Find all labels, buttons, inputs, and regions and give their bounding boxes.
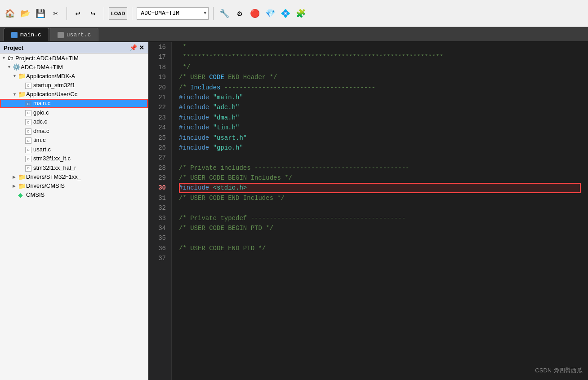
toolbar-icon-1[interactable]: 🏠 bbox=[4, 7, 16, 20]
sidebar-header: Project 📌 ✕ bbox=[0, 42, 148, 53]
line-numbers: 16 17 18 19 20 21 22 23 24 25 26 27 28 2… bbox=[148, 42, 172, 380]
tree-item-cmsis[interactable]: ◆ CMSIS bbox=[0, 190, 148, 199]
line-num-37: 37 bbox=[152, 253, 166, 263]
line-num-18: 18 bbox=[152, 62, 166, 72]
line-num-24: 24 bbox=[152, 123, 166, 133]
code-editor[interactable]: 16 17 18 19 20 21 22 23 24 25 26 27 28 2… bbox=[148, 42, 588, 380]
tree-arrow-adc bbox=[7, 65, 13, 69]
code-content: 16 17 18 19 20 21 22 23 24 25 26 27 28 2… bbox=[148, 42, 588, 380]
code-line-27 bbox=[179, 153, 581, 163]
tree-arrow-drv-cmsis bbox=[13, 184, 18, 188]
line-num-26: 26 bbox=[152, 143, 166, 153]
code-line-33: /* Private typedef ---------------------… bbox=[179, 213, 581, 223]
line-num-21: 21 bbox=[152, 93, 166, 102]
file-icon-main: C bbox=[25, 100, 33, 107]
file-icon-tim-c: C bbox=[25, 137, 33, 144]
code-line-25: #include "usart.h" bbox=[179, 133, 581, 143]
tree-label-cmsis: CMSIS bbox=[26, 191, 45, 198]
code-line-32 bbox=[179, 203, 581, 213]
sidebar-close-icon[interactable]: ✕ bbox=[139, 44, 144, 51]
toolbar-icon-debug6[interactable]: 🧩 bbox=[294, 7, 307, 20]
code-line-19: /* USER CODE END Header */ bbox=[179, 72, 581, 82]
toolbar-icon-2[interactable]: 📂 bbox=[19, 7, 31, 20]
sidebar-pin-icon[interactable]: 📌 bbox=[129, 44, 137, 51]
toolbar-icon-3[interactable]: 💾 bbox=[34, 7, 47, 20]
sidebar: Project 📌 ✕ 🗂 Project: ADC+DMA+TIM ⚙️ AD… bbox=[0, 42, 148, 380]
toolbar-icon-debug5[interactable]: 💠 bbox=[279, 7, 292, 20]
line-num-35: 35 bbox=[152, 233, 166, 243]
tree-item-project-root[interactable]: 🗂 Project: ADC+DMA+TIM bbox=[0, 53, 148, 62]
tree-item-drivers-cmsis[interactable]: 📁 Drivers/CMSIS bbox=[0, 181, 148, 190]
tree-arrow-drv-stm32 bbox=[13, 175, 18, 179]
tree-item-stm32-hal[interactable]: C stm32f1xx_hal_r bbox=[0, 163, 148, 172]
code-lines: * **************************************… bbox=[172, 42, 588, 380]
tree-item-app-mdk[interactable]: 📁 Application/MDK-A bbox=[0, 71, 148, 80]
toolbar-redo[interactable]: ↪ bbox=[87, 7, 99, 20]
tree-item-adc-dma-tim[interactable]: ⚙️ ADC+DMA+TIM bbox=[0, 62, 148, 71]
tree-label-main-c: main.c bbox=[33, 100, 50, 106]
line-num-25: 25 bbox=[152, 133, 166, 143]
tree-arrow-mdk bbox=[13, 74, 18, 78]
toolbar-icon-4[interactable]: ✂️ bbox=[49, 7, 62, 20]
line-num-22: 22 bbox=[152, 102, 166, 112]
tree-label-adc-c: adc.c bbox=[33, 118, 47, 125]
project-root-icon: 🗂 bbox=[7, 54, 15, 62]
tree-item-gpio-c[interactable]: C gpio.c bbox=[0, 108, 148, 117]
line-num-16: 16 bbox=[152, 42, 166, 52]
folder-icon-drv-cmsis: 📁 bbox=[18, 182, 26, 190]
code-line-37 bbox=[179, 253, 581, 263]
toolbar-sep-3 bbox=[132, 7, 132, 20]
tree-label-app-mdk: Application/MDK-A bbox=[26, 73, 75, 80]
tree-label-stm32-hal: stm32f1xx_hal_r bbox=[33, 164, 76, 171]
toolbar-icon-debug4[interactable]: 💎 bbox=[264, 7, 276, 20]
line-num-27: 27 bbox=[152, 153, 166, 163]
toolbar-icon-debug3[interactable]: 🔴 bbox=[249, 7, 261, 20]
code-line-34: /* USER CODE BEGIN PTD */ bbox=[179, 223, 581, 233]
code-line-20: /* Includes ----------------------------… bbox=[179, 83, 581, 93]
toolbar-undo[interactable]: ↩ bbox=[71, 7, 84, 20]
code-line-36: /* USER CODE END PTD */ bbox=[179, 243, 581, 253]
line-num-33: 33 bbox=[152, 213, 166, 223]
tree-item-app-user[interactable]: 📁 Application/User/Cc bbox=[0, 90, 148, 99]
toolbar-load[interactable]: LOAD bbox=[109, 7, 127, 20]
toolbar-icon-debug1[interactable]: 🔧 bbox=[218, 7, 231, 20]
toolbar-project-name: ADC+DMA+TIM bbox=[141, 10, 179, 17]
file-icon-usart-c: C bbox=[25, 146, 33, 153]
tab-main-c[interactable]: main.c bbox=[4, 28, 49, 41]
tree-item-dma-c[interactable]: C dma.c bbox=[0, 126, 148, 136]
code-line-22: #include "adc.h" bbox=[179, 102, 581, 112]
tab-usart-c-icon bbox=[58, 32, 64, 38]
tree-item-stm32-it[interactable]: C stm32f1xx_it.c bbox=[0, 154, 148, 163]
folder-icon-drv-stm32: 📁 bbox=[18, 173, 26, 181]
line-num-20: 20 bbox=[152, 83, 166, 93]
toolbar-icon-debug2[interactable]: ⚙️ bbox=[233, 7, 246, 20]
code-line-24: #include "tim.h" bbox=[179, 123, 581, 133]
gear-icon-adc: ⚙️ bbox=[13, 63, 21, 71]
tree-arrow-user bbox=[13, 92, 18, 97]
code-line-29: /* USER CODE BEGIN Includes */ bbox=[179, 173, 581, 183]
main-layout: Project 📌 ✕ 🗂 Project: ADC+DMA+TIM ⚙️ AD… bbox=[0, 42, 588, 380]
tree-item-main-c[interactable]: C main.c bbox=[0, 99, 148, 108]
tab-usart-c[interactable]: usart.c bbox=[50, 28, 99, 41]
code-line-18: */ bbox=[179, 62, 581, 72]
line-num-29: 29 bbox=[152, 173, 166, 183]
tree-item-drivers-stm32[interactable]: 📁 Drivers/STM32F1xx_ bbox=[0, 172, 148, 181]
tree-item-adc-c[interactable]: C adc.c bbox=[0, 117, 148, 127]
tree-item-usart-c[interactable]: C usart.c bbox=[0, 145, 148, 154]
tab-main-c-label: main.c bbox=[20, 31, 41, 38]
line-num-19: 19 bbox=[152, 72, 166, 82]
toolbar-sep-1 bbox=[67, 7, 67, 20]
code-line-21: #include "main.h" bbox=[179, 93, 581, 102]
code-line-30: #include <stdio.h> bbox=[179, 183, 581, 193]
project-tree: 🗂 Project: ADC+DMA+TIM ⚙️ ADC+DMA+TIM 📁 … bbox=[0, 53, 148, 380]
tab-usart-c-label: usart.c bbox=[67, 31, 91, 38]
line-num-17: 17 bbox=[152, 52, 166, 62]
tree-item-startup[interactable]: C startup_stm32f1 bbox=[0, 80, 148, 90]
tree-label-drivers-cmsis: Drivers/CMSIS bbox=[26, 182, 65, 189]
line-num-34: 34 bbox=[152, 223, 166, 233]
tree-item-tim-c[interactable]: C tim.c bbox=[0, 136, 148, 145]
code-line-35 bbox=[179, 233, 581, 243]
toolbar-project-dropdown[interactable]: ADC+DMA+TIM bbox=[137, 7, 209, 20]
line-num-28: 28 bbox=[152, 163, 166, 173]
diamond-icon-cmsis: ◆ bbox=[18, 191, 26, 199]
